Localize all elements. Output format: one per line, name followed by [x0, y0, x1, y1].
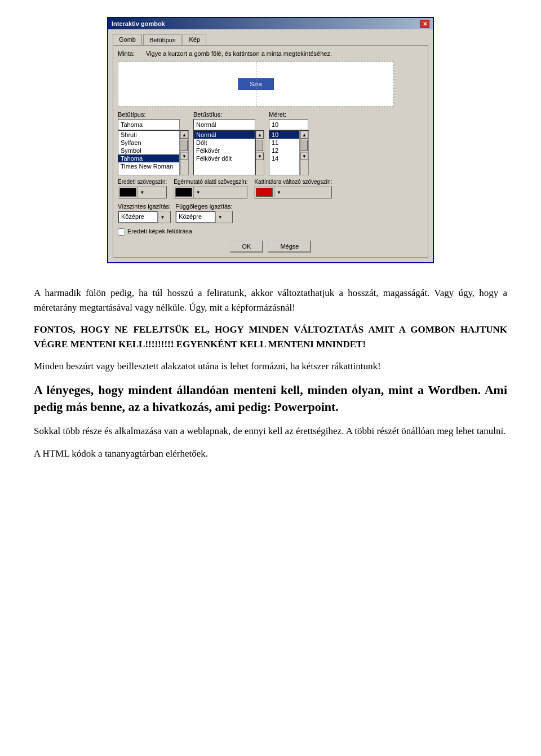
tab-betutipus[interactable]: Betűtípus: [143, 34, 181, 45]
original-color-swatch: [119, 188, 136, 197]
style-scroll-up[interactable]: ▲: [256, 131, 264, 139]
style-col: Betűstílus: Normál Dőlt Félkövér Félkövé…: [193, 111, 264, 175]
font-item-symbol[interactable]: Symbol: [118, 147, 179, 154]
horiz-align-dropdown-wrapper: Középre ▼: [118, 211, 171, 223]
click-color-col: Kattintásra változó szövegszín: ▼: [254, 179, 332, 198]
style-listbox[interactable]: Normál Dőlt Félkövér Félkövér dőlt: [193, 130, 255, 175]
size-scroll-thumb[interactable]: [301, 140, 308, 151]
vert-align-dropdown-wrapper: Középre ▼: [175, 211, 233, 223]
dialog-body: Gomb Betűtípus Kép Minta: Vigye a kurzor…: [108, 29, 433, 262]
checkbox-row: Eredeti képek felülírása: [118, 228, 423, 236]
font-label: Betűtípus:: [118, 111, 189, 118]
size-item-14[interactable]: 14: [269, 154, 299, 162]
click-color-swatch: [256, 188, 273, 197]
align-row: Vízszintes igazítás: Középre ▼ Függőlege…: [118, 203, 423, 223]
vert-align-value[interactable]: Középre: [176, 211, 215, 223]
font-listbox[interactable]: Shruti Sylfaen Symbol Tahoma Times New R…: [118, 130, 180, 175]
tab-content: Minta: Vigye a kurzort a gomb fölé, és k…: [113, 45, 428, 258]
cancel-button[interactable]: Mégse: [268, 240, 311, 253]
preview-divider: [256, 62, 256, 106]
font-item-shruti[interactable]: Shruti: [118, 131, 179, 139]
page-container: Interaktiv gombok ✕ Gomb Betűtípus Kép M…: [0, 0, 541, 756]
style-item-dolt[interactable]: Dőlt: [194, 139, 255, 147]
font-item-times[interactable]: Times New Roman: [118, 162, 179, 170]
dialog-tabs: Gomb Betűtípus Kép: [113, 34, 428, 45]
size-input[interactable]: [269, 119, 308, 130]
original-color-arrow[interactable]: ▼: [138, 187, 147, 198]
click-color-label: Kattintásra változó szövegszín:: [254, 179, 332, 185]
dialog-wrapper: Interaktiv gombok ✕ Gomb Betűtípus Kép M…: [107, 17, 434, 263]
tab-kep[interactable]: Kép: [183, 34, 206, 45]
horiz-align-arrow[interactable]: ▼: [158, 211, 167, 223]
scroll-thumb[interactable]: [181, 140, 188, 151]
checkbox-label: Eredeti képek felülírása: [127, 228, 192, 235]
click-color-dropdown[interactable]: ▼: [254, 186, 332, 198]
size-item-12[interactable]: 12: [269, 147, 299, 154]
original-color-col: Eredeti szövegszín: ▼: [118, 179, 167, 198]
hover-color-arrow[interactable]: ▼: [193, 187, 202, 198]
style-scroll-thumb[interactable]: [256, 140, 263, 151]
style-scroll-down[interactable]: ▼: [256, 152, 264, 160]
horiz-align-col: Vízszintes igazítás: Középre ▼: [118, 203, 171, 223]
size-listbox[interactable]: 10 11 12 14: [269, 130, 300, 175]
vert-align-col: Függőleges igazítás: Középre ▼: [175, 203, 233, 223]
original-color-dropdown[interactable]: ▼: [118, 186, 167, 198]
scroll-down-arrow[interactable]: ▼: [180, 152, 188, 160]
para-1: A harmadik fülön pedig, ha túl hosszú a …: [34, 286, 507, 315]
preview-hint: Vigye a kurzort a gomb fölé, és kattints…: [146, 50, 423, 57]
horiz-align-label: Vízszintes igazítás:: [118, 203, 171, 210]
tab-gomb[interactable]: Gomb: [113, 34, 142, 45]
hover-color-col: Egérmutató alatti szövegszín: ▼: [174, 179, 247, 198]
align-section: Vízszintes igazítás: Középre ▼ Függőlege…: [118, 203, 423, 223]
font-scrollbar[interactable]: ▲ ▼: [180, 130, 189, 175]
font-col: Betűtípus: Shruti Sylfaen Symbol Tahoma …: [118, 111, 189, 175]
size-label: Méret:: [269, 111, 309, 118]
close-button[interactable]: ✕: [420, 20, 429, 28]
size-item-10[interactable]: 10: [269, 131, 299, 139]
color-row: Eredeti szövegszín: ▼ Egérmutató alatti …: [118, 179, 423, 198]
scroll-up-arrow[interactable]: ▲: [180, 131, 188, 139]
body-text-area: A harmadik fülön pedig, ha túl hosszú a …: [34, 286, 507, 468]
preview-label: Minta:: [118, 50, 146, 57]
para-3: Minden beszúrt vagy beillesztett alakzat…: [34, 359, 507, 374]
size-scrollbar[interactable]: ▲ ▼: [300, 130, 309, 175]
para-5: Sokkal több része és alkalmazása van a w…: [34, 424, 507, 439]
para-2: FONTOS, HOGY NE FELEJTSÜK EL, HOGY MINDE…: [34, 322, 507, 351]
hover-color-dropdown[interactable]: ▼: [174, 186, 247, 198]
vert-align-arrow[interactable]: ▼: [215, 211, 224, 223]
dialog-title: Interaktiv gombok: [112, 20, 165, 27]
style-input[interactable]: [193, 119, 255, 130]
style-item-felkover[interactable]: Félkövér: [194, 147, 255, 154]
style-listbox-wrapper: Normál Dőlt Félkövér Félkövér dőlt ▲ ▼: [193, 130, 264, 175]
font-form-row: Betűtípus: Shruti Sylfaen Symbol Tahoma …: [118, 111, 423, 175]
size-scroll-down[interactable]: ▼: [300, 152, 308, 160]
click-color-arrow[interactable]: ▼: [274, 187, 283, 198]
preview-row: Minta: Vigye a kurzort a gomb fölé, és k…: [118, 50, 423, 57]
hover-color-label: Egérmutató alatti szövegszín:: [174, 179, 247, 185]
style-item-felkoverdolt[interactable]: Félkövér dőlt: [194, 154, 255, 162]
original-images-checkbox[interactable]: [118, 228, 125, 236]
font-item-tahoma[interactable]: Tahoma: [118, 154, 179, 162]
font-input[interactable]: [118, 119, 180, 130]
dialog-titlebar: Interaktiv gombok ✕: [108, 18, 433, 29]
size-listbox-wrapper: 10 11 12 14 ▲ ▼: [269, 130, 309, 175]
vert-align-label: Függőleges igazítás:: [175, 203, 233, 210]
size-scroll-up[interactable]: ▲: [300, 131, 308, 139]
ok-button[interactable]: OK: [230, 240, 264, 253]
original-color-label: Eredeti szövegszín:: [118, 179, 167, 185]
style-label: Betűstílus:: [193, 111, 264, 118]
para-4: A lényeges, hogy mindent állandóan mente…: [34, 382, 507, 417]
dialog-btn-row: OK Mégse: [118, 240, 423, 253]
style-item-normal[interactable]: Normál: [194, 131, 255, 139]
para-6: A HTML kódok a tananyagtárban elérhetőek…: [34, 446, 507, 461]
preview-canvas: Szia: [118, 61, 394, 107]
font-listbox-wrapper: Shruti Sylfaen Symbol Tahoma Times New R…: [118, 130, 189, 175]
font-item-sylfaen[interactable]: Sylfaen: [118, 139, 179, 147]
color-section: Eredeti szövegszín: ▼ Egérmutató alatti …: [118, 179, 423, 198]
style-scrollbar[interactable]: ▲ ▼: [255, 130, 264, 175]
size-item-11[interactable]: 11: [269, 139, 299, 147]
size-col: Méret: 10 11 12 14 ▲: [269, 111, 309, 175]
hover-color-swatch: [175, 188, 192, 197]
horiz-align-value[interactable]: Középre: [118, 211, 158, 223]
dialog-window: Interaktiv gombok ✕ Gomb Betűtípus Kép M…: [107, 17, 434, 263]
